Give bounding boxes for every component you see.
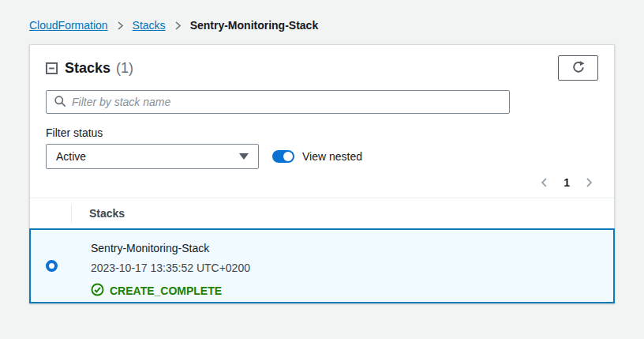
- breadcrumb-current: Sentry-Monitoring-Stack: [190, 18, 319, 32]
- breadcrumb-link-stacks[interactable]: Stacks: [133, 18, 166, 32]
- stacks-panel: Stacks (1) Filter status Active: [29, 44, 615, 303]
- page-number[interactable]: 1: [564, 176, 570, 189]
- search-icon: [54, 95, 66, 110]
- stack-name[interactable]: Sentry-Monitoring-Stack: [91, 240, 250, 256]
- status-badge: CREATE_COMPLETE: [110, 284, 222, 297]
- refresh-icon: [571, 60, 586, 77]
- refresh-button[interactable]: [558, 55, 598, 81]
- stacks-count: (1): [116, 60, 133, 77]
- collapse-section-icon[interactable]: [46, 62, 58, 74]
- view-nested-toggle[interactable]: [272, 150, 294, 163]
- view-nested-label: View nested: [302, 150, 362, 163]
- stack-created-timestamp: 2023-10-17 13:35:52 UTC+0200: [91, 260, 250, 276]
- row-radio-selected[interactable]: [46, 260, 58, 272]
- chevron-down-icon: [239, 153, 249, 160]
- table-row[interactable]: Sentry-Monitoring-Stack 2023-10-17 13:35…: [29, 228, 615, 303]
- stacks-column-header: Stacks: [72, 207, 125, 220]
- stack-filter-search: [46, 90, 510, 114]
- breadcrumb-separator-icon: [116, 21, 125, 31]
- search-input[interactable]: [72, 96, 502, 108]
- table-header: Stacks: [30, 198, 614, 228]
- previous-page-button[interactable]: [540, 177, 549, 188]
- breadcrumb-link-cloudformation[interactable]: CloudFormation: [29, 18, 108, 32]
- next-page-button[interactable]: [585, 177, 593, 188]
- panel-header: Stacks (1): [30, 45, 614, 90]
- stack-status: CREATE_COMPLETE: [91, 283, 250, 299]
- status-dropdown[interactable]: Active: [46, 144, 259, 169]
- selection-column-header: [30, 198, 71, 228]
- filter-status-label: Filter status: [46, 126, 598, 139]
- breadcrumb-separator-icon: [174, 21, 182, 31]
- status-success-icon: [91, 283, 104, 299]
- toggle-knob: [283, 152, 293, 161]
- breadcrumb: CloudFormation Stacks Sentry-Monitoring-…: [0, 0, 644, 32]
- page-title: Stacks (1): [65, 60, 133, 77]
- filter-controls: Active View nested: [46, 144, 598, 169]
- status-dropdown-value: Active: [56, 150, 86, 163]
- pagination: 1: [30, 169, 614, 198]
